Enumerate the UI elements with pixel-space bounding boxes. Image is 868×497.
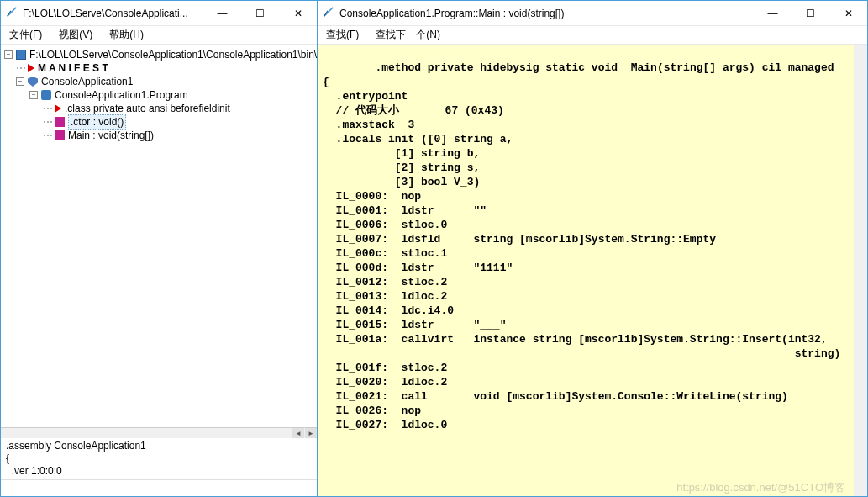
right-titlebar: ConsoleApplication1.Program::Main : void… [318,1,867,26]
maximize-button[interactable]: ☐ [792,2,829,25]
class-def-icon [55,104,61,113]
menu-view[interactable]: 视图(V) [55,26,96,44]
expand-toggle[interactable]: − [4,50,13,59]
tree-connector: ⋯ [43,115,51,129]
vscroll-bar[interactable] [854,45,867,496]
metadata-text[interactable]: .assembly ConsoleApplication1 { .ver 1:0… [1,438,317,479]
method-icon [55,117,65,127]
hscroll-bar[interactable]: ◄ ► [1,428,317,438]
static-method-icon [55,130,65,140]
left-titlebar: F:\LOL\LOLServe\ConsoleApplicati... — ☐ … [1,1,317,26]
metadata-panel: ◄ ► .assembly ConsoleApplication1 { .ver… [1,427,317,479]
menu-find[interactable]: 查找(F) [323,26,362,44]
tree-manifest[interactable]: M A N I F E S T [38,61,108,75]
scroll-left-icon[interactable]: ◄ [292,428,304,438]
right-window-title: ConsoleApplication1.Program::Main : void… [339,8,754,19]
namespace-icon [28,77,38,87]
left-statusbar [1,479,317,496]
tree-class-line[interactable]: .class private auto ansi beforefieldinit [65,102,230,115]
tree-connector: ⋯ [43,129,51,142]
menu-help[interactable]: 帮助(H) [106,26,147,44]
app-icon [6,6,18,20]
expand-toggle[interactable]: − [16,77,24,86]
left-menubar: 文件(F) 视图(V) 帮助(H) [1,26,317,45]
right-menubar: 查找(F) 查找下一个(N) [318,26,867,45]
il-code-window: ConsoleApplication1.Program::Main : void… [318,0,868,497]
tree-root-path[interactable]: F:\LOL\LOLServe\ConsoleApplication1\Cons… [29,48,317,61]
watermark-text: https://blog.csdn.net/@51CTO博客 [676,480,845,494]
tree-connector: ⋯ [16,61,24,75]
class-icon [41,90,51,100]
tree-assembly[interactable]: ConsoleApplication1 [41,75,133,88]
tree-ctor[interactable]: .ctor : void() [68,114,126,130]
tree-main-method[interactable]: Main : void(string[]) [68,129,154,142]
menu-file[interactable]: 文件(F) [6,26,45,44]
close-button[interactable]: ✕ [279,2,317,25]
expand-toggle[interactable]: − [29,91,38,99]
tree-connector: ⋯ [43,102,51,115]
scroll-right-icon[interactable]: ► [305,428,317,438]
ildasm-main-window: F:\LOL\LOLServe\ConsoleApplicati... — ☐ … [0,0,318,497]
menu-find-next[interactable]: 查找下一个(N) [372,26,444,44]
folder-icon [16,50,26,60]
minimize-button[interactable]: — [203,2,241,25]
manifest-icon [28,64,34,72]
tree-program-class[interactable]: ConsoleApplication1.Program [55,88,188,102]
minimize-button[interactable]: — [754,2,792,25]
maximize-button[interactable]: ☐ [241,2,279,25]
il-code-view[interactable]: .method private hidebysig static void Ma… [318,45,854,496]
left-window-title: F:\LOL\LOLServe\ConsoleApplicati... [23,8,203,19]
close-button[interactable]: ✕ [829,2,867,25]
assembly-tree[interactable]: − F:\LOL\LOLServe\ConsoleApplication1\Co… [1,45,317,427]
il-code-text: .method private hidebysig static void Ma… [323,61,840,431]
app-icon [323,6,334,20]
